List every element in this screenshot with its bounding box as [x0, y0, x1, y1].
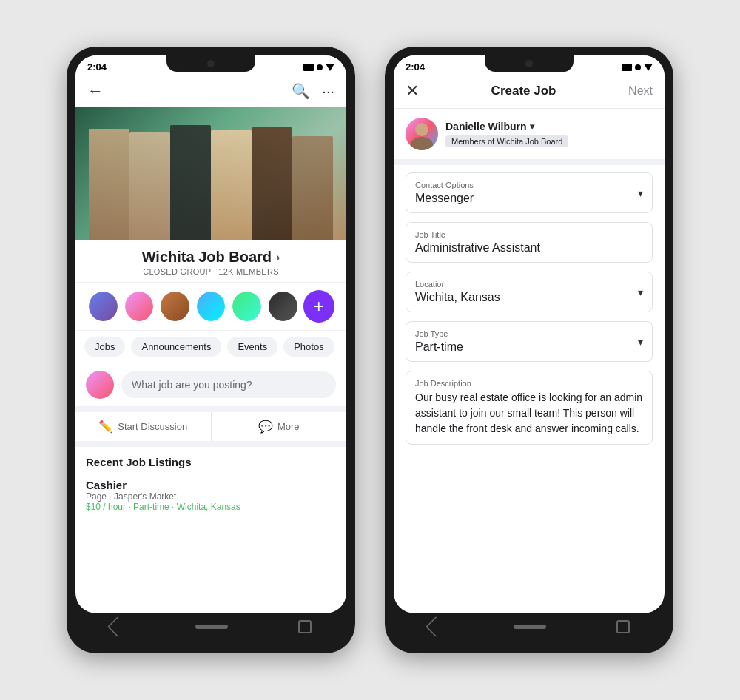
location-field[interactable]: Location Wichita, Kansas ▾	[406, 272, 653, 312]
poster-row: Danielle Wilburn ▾ Members of Wichita Jo…	[394, 109, 665, 165]
back-nav-button[interactable]	[107, 616, 128, 637]
contact-options-field[interactable]: Contact Options Messenger ▾	[406, 172, 653, 213]
svg-point-0	[415, 123, 428, 136]
contact-options-label: Contact Options	[415, 181, 643, 189]
more-button[interactable]: 💬 More	[212, 412, 347, 441]
contact-options-chevron-icon: ▾	[638, 187, 643, 199]
close-button[interactable]: ✕	[406, 81, 419, 101]
member-avatar-4[interactable]	[195, 290, 227, 323]
camera-dot	[207, 60, 215, 67]
tab-events[interactable]: Events	[227, 337, 278, 357]
add-member-button[interactable]: +	[303, 290, 334, 323]
poster-avatar	[86, 371, 114, 399]
recent-listings-title: Recent Job Listings	[86, 456, 336, 468]
group-chevron-icon: ›	[276, 251, 280, 264]
back-nav-button-2[interactable]	[426, 616, 446, 637]
status-icons-1	[303, 64, 334, 71]
member-avatars: +	[75, 283, 346, 331]
job-description-value: Our busy real estate office is looking f…	[415, 390, 643, 437]
signal-dot-icon-2	[635, 64, 641, 70]
job-type-label: Job Type	[415, 329, 643, 338]
tab-announcements[interactable]: Announcements	[131, 337, 221, 357]
bottom-nav-2	[394, 613, 665, 645]
action-bar: ✏️ Start Discussion 💬 More	[75, 412, 346, 447]
hero-people	[75, 121, 346, 240]
edit-icon: ✏️	[98, 420, 113, 434]
group-header: ← 🔍 ···	[75, 75, 346, 107]
camera-dot-2	[525, 60, 533, 67]
job-title-label: Job Title	[415, 230, 643, 239]
wifi-icon	[326, 64, 334, 71]
poster-info: Danielle Wilburn ▾ Members of Wichita Jo…	[445, 121, 568, 147]
phone-1: 2:04 ← 🔍 ···	[67, 47, 355, 653]
home-nav-button-2[interactable]	[514, 625, 546, 629]
post-bar: What job are you posting?	[75, 363, 346, 412]
job-title-field[interactable]: Job Title Administrative Assistant	[406, 222, 653, 263]
member-avatar-6[interactable]	[267, 290, 299, 323]
job-type-value: Part-time	[415, 340, 643, 354]
create-job-header: ✕ Create Job Next	[394, 75, 665, 109]
tab-jobs[interactable]: Jobs	[84, 337, 125, 357]
job-type-chevron-icon: ▾	[638, 336, 643, 348]
member-avatar-1[interactable]	[87, 290, 119, 323]
more-icon: 💬	[258, 420, 273, 434]
phone-2: 2:04 ✕ Create Job Next Daniel	[385, 47, 673, 653]
poster-dropdown-icon: ▾	[530, 121, 534, 132]
location-chevron-icon: ▾	[638, 286, 643, 298]
home-nav-button[interactable]	[195, 625, 228, 629]
recents-nav-button[interactable]	[298, 620, 312, 633]
post-input[interactable]: What job are you posting?	[121, 371, 336, 398]
search-button[interactable]: 🔍	[292, 82, 310, 100]
nav-tabs: Jobs Announcements Events Photos	[75, 331, 346, 363]
more-options-button[interactable]: ···	[322, 83, 334, 100]
poster-name: Danielle Wilburn ▾	[445, 121, 568, 132]
tab-photos[interactable]: Photos	[283, 337, 334, 357]
group-meta: CLOSED GROUP · 12K MEMBERS	[87, 267, 334, 276]
group-name: Wichita Job Board ›	[87, 249, 334, 266]
group-info: Wichita Job Board › CLOSED GROUP · 12K M…	[75, 240, 346, 283]
member-avatar-2[interactable]	[124, 290, 155, 323]
recents-nav-button-2[interactable]	[616, 620, 630, 633]
contact-options-value: Messenger	[415, 192, 643, 205]
signal-dot-icon	[317, 64, 323, 70]
job-description-label: Job Description	[415, 379, 643, 388]
location-value: Wichita, Kansas	[415, 291, 643, 304]
job-listing-title: Cashier	[86, 479, 336, 491]
svg-point-1	[411, 137, 433, 150]
job-listing-details: $10 / hour · Part-time · Wichita, Kansas	[86, 502, 336, 512]
job-listing-source: Page · Jasper's Market	[86, 491, 336, 502]
form-fields: Contact Options Messenger ▾ Job Title Ad…	[394, 165, 665, 613]
wifi-icon-2	[644, 64, 653, 71]
start-discussion-button[interactable]: ✏️ Start Discussion	[75, 412, 212, 441]
status-time-1: 2:04	[87, 61, 107, 73]
location-label: Location	[415, 280, 643, 289]
job-type-field[interactable]: Job Type Part-time ▾	[406, 321, 653, 362]
poster-avatar-2	[406, 118, 438, 150]
battery-icon-2	[622, 64, 632, 71]
back-button[interactable]: ←	[87, 81, 104, 101]
member-avatar-5[interactable]	[231, 290, 263, 323]
recent-listings: Recent Job Listings Cashier Page · Jaspe…	[75, 447, 346, 519]
job-listing-cashier[interactable]: Cashier Page · Jasper's Market $10 / hou…	[86, 476, 336, 515]
job-title-value: Administrative Assistant	[415, 241, 643, 255]
bottom-nav-1	[75, 613, 346, 645]
next-button[interactable]: Next	[628, 84, 653, 98]
create-job-title: Create Job	[491, 84, 556, 98]
poster-scope-button[interactable]: Members of Wichita Job Board	[445, 135, 568, 147]
member-avatar-3[interactable]	[159, 290, 191, 323]
status-icons-2	[622, 64, 653, 71]
header-icons: 🔍 ···	[292, 82, 334, 100]
status-time-2: 2:04	[406, 61, 425, 73]
battery-icon	[303, 64, 314, 71]
group-hero-image	[75, 107, 346, 240]
job-description-field[interactable]: Job Description Our busy real estate off…	[406, 371, 653, 445]
